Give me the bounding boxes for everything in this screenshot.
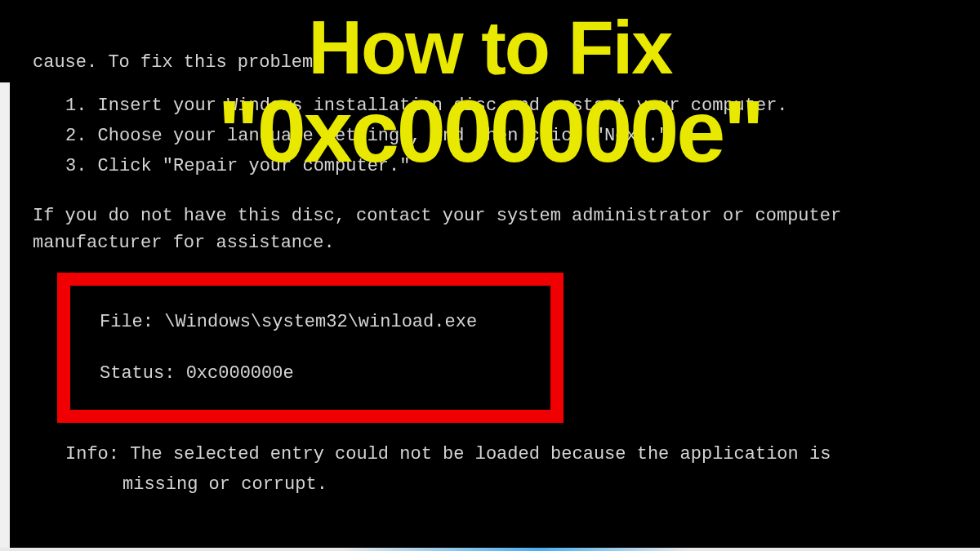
file-value: \Windows\system32\winload.exe <box>164 312 477 332</box>
info-line1: Info: The selected entry could not be lo… <box>65 441 947 468</box>
file-row: File: \Windows\system32\winload.exe <box>100 309 521 335</box>
step-one: 1. Insert your Windows installation disc… <box>65 92 947 119</box>
file-label: File: <box>100 312 154 332</box>
status-row: Status: 0xc000000e <box>100 360 521 387</box>
no-disc-message: If you do not have this disc, contact yo… <box>33 202 947 256</box>
info-line2: missing or corrupt. <box>65 471 947 498</box>
repair-steps: 1. Insert your Windows installation disc… <box>33 92 947 180</box>
info-text: The selected entry could not be loaded b… <box>130 444 831 464</box>
info-section: Info: The selected entry could not be lo… <box>33 441 947 498</box>
step-three: 3. Click "Repair your computer." <box>65 153 947 180</box>
status-label: Status: <box>100 363 175 384</box>
step-two: 2. Choose your language settings, and th… <box>65 122 947 149</box>
info-label: Info: <box>65 444 119 464</box>
boot-error-screen: cause. To fix this problem 1. Insert you… <box>0 0 980 522</box>
cause-text: cause. To fix this problem <box>33 49 947 76</box>
status-value: 0xc000000e <box>186 363 294 384</box>
error-highlight-box: File: \Windows\system32\winload.exe Stat… <box>57 273 564 423</box>
